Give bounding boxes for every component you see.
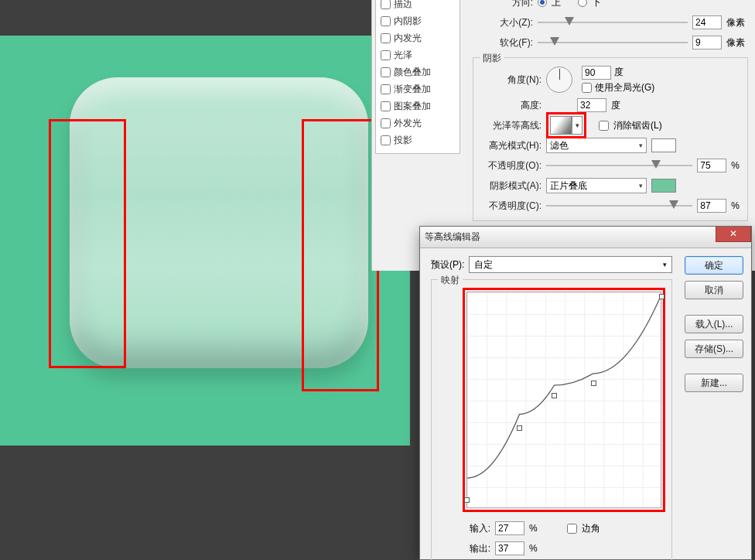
preset-combo[interactable]: 自定 ▾ xyxy=(469,256,672,273)
effect-checkbox-gloss[interactable] xyxy=(381,50,391,60)
pct-unit: % xyxy=(731,160,740,171)
shadow-group: 阴影 角度(N): 度 使用全局光(G) 高度: xyxy=(473,57,748,221)
curve-handle[interactable] xyxy=(464,497,470,503)
curve-editor[interactable] xyxy=(466,292,661,508)
direction-down-radio[interactable] xyxy=(578,0,587,7)
ok-button[interactable]: 确定 xyxy=(685,256,743,275)
mapping-group: 映射 输入: % xyxy=(431,279,672,560)
curve-handle[interactable] xyxy=(659,294,664,299)
angle-dial[interactable] xyxy=(546,67,572,93)
shadow-opacity-label: 不透明度(C): xyxy=(481,200,541,213)
chevron-down-icon: ▾ xyxy=(663,261,667,268)
effect-item-innersh[interactable]: 内阴影 xyxy=(381,12,455,29)
effect-item-gloss[interactable]: 光泽 xyxy=(381,46,455,63)
close-button[interactable]: ✕ xyxy=(716,227,751,242)
new-button[interactable]: 新建... xyxy=(685,374,743,392)
load-button[interactable]: 载入(L)... xyxy=(685,315,743,333)
gloss-contour-picker[interactable]: ▾ xyxy=(546,112,586,138)
shadow-mode-label: 阴影模式(A): xyxy=(481,179,541,193)
effect-checkbox-innergl[interactable] xyxy=(381,33,391,43)
effect-label: 投影 xyxy=(394,134,412,147)
soften-row: 软化(F): 像素 xyxy=(473,32,748,53)
highlight-opacity-input[interactable] xyxy=(697,159,726,172)
size-unit: 像素 xyxy=(726,16,748,29)
effect-label: 颜色叠加 xyxy=(394,66,431,79)
effect-checkbox-dropsh[interactable] xyxy=(381,135,391,145)
shadow-opacity-input[interactable] xyxy=(697,199,726,213)
cancel-button[interactable]: 取消 xyxy=(685,281,743,299)
shadow-color-swatch[interactable] xyxy=(651,179,676,193)
highlight-opacity-slider[interactable] xyxy=(546,160,692,171)
curve-handle[interactable] xyxy=(552,393,557,398)
highlight-mode-combo[interactable]: 滤色 ▾ xyxy=(546,138,647,153)
effect-item-innergl[interactable]: 内发光 xyxy=(381,29,455,46)
preset-value: 自定 xyxy=(474,258,493,271)
direction-down-label: 下 xyxy=(592,0,601,9)
effect-settings: 方向: 上 下 大小(Z): 像素 软化(F): 像素 阴影 角度(N): xyxy=(473,0,748,221)
size-label: 大小(Z): xyxy=(473,16,533,29)
effect-checkbox-outergl[interactable] xyxy=(381,118,391,128)
pct-unit: % xyxy=(529,543,538,554)
effect-item-stroke[interactable]: 描边 xyxy=(381,0,455,12)
soften-unit: 像素 xyxy=(726,36,748,50)
direction-label: 方向: xyxy=(473,0,533,9)
input-field[interactable] xyxy=(495,521,524,535)
size-input[interactable] xyxy=(692,15,722,29)
effect-checkbox-stroke[interactable] xyxy=(381,0,391,9)
curve-handle[interactable] xyxy=(591,381,596,386)
effect-item-colorov[interactable]: 颜色叠加 xyxy=(381,63,455,80)
close-icon: ✕ xyxy=(729,228,737,239)
shadow-opacity-slider[interactable] xyxy=(546,200,692,211)
global-light-checkbox[interactable] xyxy=(582,83,592,93)
soften-input[interactable] xyxy=(692,36,722,50)
rounded-square-shape xyxy=(70,77,368,368)
effect-item-gradov[interactable]: 渐变叠加 xyxy=(381,80,455,97)
pct-unit: % xyxy=(731,200,740,211)
effect-list: 描边内阴影内发光光泽颜色叠加渐变叠加图案叠加外发光投影 xyxy=(375,0,460,154)
effect-checkbox-innersh[interactable] xyxy=(381,16,391,26)
effect-item-pattov[interactable]: 图案叠加 xyxy=(381,97,455,114)
corner-checkbox[interactable] xyxy=(567,524,577,534)
corner-label: 边角 xyxy=(582,522,600,535)
save-button[interactable]: 存储(S)... xyxy=(685,340,743,358)
global-light-label: 使用全局光(G) xyxy=(595,81,654,94)
effect-label: 外发光 xyxy=(394,117,422,130)
size-slider[interactable] xyxy=(538,17,688,28)
curve-handle[interactable] xyxy=(517,425,522,431)
angle-input[interactable] xyxy=(582,66,611,80)
effect-label: 渐变叠加 xyxy=(394,83,431,96)
direction-row: 方向: 上 下 xyxy=(473,0,748,12)
output-field[interactable] xyxy=(495,541,524,555)
chevron-down-icon: ▾ xyxy=(572,116,582,135)
effect-item-dropsh[interactable]: 投影 xyxy=(381,131,455,149)
highlight-mode-label: 高光模式(H): xyxy=(481,139,541,152)
contour-thumb-icon xyxy=(550,116,572,135)
antialias-label: 消除锯齿(L) xyxy=(613,119,662,132)
shadow-group-title: 阴影 xyxy=(480,52,504,65)
effect-checkbox-gradov[interactable] xyxy=(381,84,391,94)
window-title: 等高线编辑器 xyxy=(425,230,480,244)
effect-label: 内阴影 xyxy=(394,15,422,28)
effect-checkbox-colorov[interactable] xyxy=(381,67,391,77)
effect-label: 内发光 xyxy=(394,32,422,45)
highlight-color-swatch[interactable] xyxy=(651,138,676,152)
angle-unit: 度 xyxy=(614,66,623,79)
soften-slider[interactable] xyxy=(538,37,688,48)
angle-label: 角度(N): xyxy=(481,73,541,87)
shadow-mode-value: 正片叠底 xyxy=(550,179,587,193)
curve-path-icon xyxy=(467,292,661,486)
direction-up-radio[interactable] xyxy=(538,0,547,7)
mapping-title: 映射 xyxy=(438,274,463,287)
pct-unit: % xyxy=(529,523,538,534)
chevron-down-icon: ▾ xyxy=(639,182,643,190)
effect-item-outergl[interactable]: 外发光 xyxy=(381,114,455,131)
preview-canvas xyxy=(0,36,410,446)
antialias-checkbox[interactable] xyxy=(599,121,609,131)
highlight-mode-value: 滤色 xyxy=(550,139,569,152)
effect-label: 图案叠加 xyxy=(394,100,431,113)
window-titlebar[interactable]: 等高线编辑器 ✕ xyxy=(420,227,751,248)
altitude-input[interactable] xyxy=(577,98,606,112)
effect-checkbox-pattov[interactable] xyxy=(381,101,391,111)
chevron-down-icon: ▾ xyxy=(639,142,643,149)
shadow-mode-combo[interactable]: 正片叠底 ▾ xyxy=(546,178,647,193)
